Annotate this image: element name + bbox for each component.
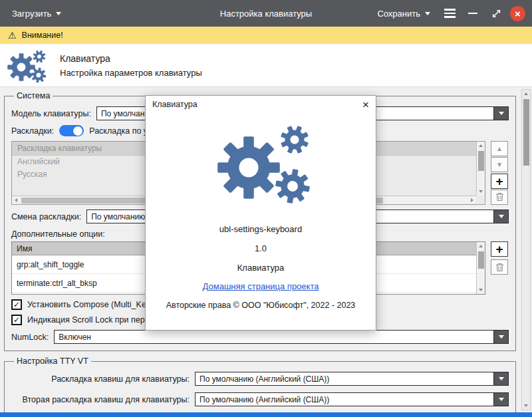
combo-dropdown-button[interactable]	[493, 393, 508, 406]
numlock-combo[interactable]: Включен	[54, 330, 509, 344]
scrollbar-thumb[interactable]	[478, 151, 484, 171]
minimize-button[interactable]	[464, 4, 482, 23]
close-icon: ×	[362, 98, 369, 111]
move-up-button[interactable]: ▲	[491, 141, 508, 156]
scrollbar-thumb[interactable]	[478, 251, 484, 269]
app-gears-icon	[146, 114, 376, 215]
dialog-title: Клавиатура	[152, 100, 198, 109]
compose-checkbox[interactable]: ✓	[11, 299, 22, 310]
check-icon: ✓	[13, 316, 20, 324]
titlebar-controls: Сохранить ×	[372, 4, 525, 23]
scroll-right-icon	[471, 198, 473, 202]
numlock-label: NumLock:	[11, 333, 49, 342]
add-option-button[interactable]: +	[491, 241, 508, 257]
load-menu-button[interactable]: Загрузить	[7, 5, 66, 23]
tty-group: Настройка TTY VT Раскладка клавиш для кл…	[4, 356, 516, 417]
chevron-down-icon	[499, 335, 504, 339]
tty-layout-label: Раскладка клавиш для клавиатуры:	[11, 374, 190, 384]
bottom-accent-bar	[0, 412, 532, 417]
delete-option-button[interactable]	[491, 259, 508, 275]
close-icon: ×	[515, 9, 521, 19]
page-header: Клавиатура Настройка параметров клавиату…	[0, 44, 532, 86]
about-dialog: Клавиатура × ubl-settings-keyboard 1.0 К…	[145, 95, 376, 331]
tty-group-legend: Настройка TTY VT	[14, 356, 91, 366]
layout-switch-label: Смена раскладки:	[11, 212, 81, 221]
scrollbar-thumb[interactable]	[523, 99, 529, 166]
titlebar: Загрузить Настройка клавиатуры Сохранить	[0, 0, 532, 27]
chevron-down-icon	[425, 12, 430, 15]
options-table-scrollbar[interactable]	[476, 242, 485, 294]
tty-layout2-row: Вторая раскладка клавиш для клавиатуры: …	[11, 392, 509, 406]
tty-layout-combo[interactable]: По умолчанию (Английский (США))	[195, 372, 509, 386]
chevron-down-icon	[499, 215, 504, 218]
additional-options-label: Дополнительные опции:	[11, 229, 105, 239]
chevron-down-icon	[56, 12, 61, 15]
scroll-left-icon	[15, 198, 17, 202]
dialog-titlebar: Клавиатура ×	[146, 96, 376, 113]
save-menu-label: Сохранить	[377, 9, 420, 19]
layouts-list-vertical-scrollbar[interactable]	[476, 142, 485, 196]
scroll-down-icon	[479, 190, 483, 193]
scroll-up-icon	[479, 245, 483, 247]
tty-layout2-combo[interactable]: По умолчанию (Английский (США))	[195, 392, 509, 406]
project-homepage-link[interactable]: Домашняя страница проекта	[203, 281, 319, 291]
trash-icon	[495, 263, 504, 272]
tty-layout-value: По умолчанию (Английский (США))	[196, 372, 493, 385]
expand-icon	[491, 9, 501, 19]
compose-label: Установить Compose (Multi_Key)	[27, 300, 153, 309]
default-layout-toggle[interactable]	[59, 125, 84, 136]
minimize-icon	[468, 13, 477, 15]
load-menu-label: Загрузить	[12, 9, 51, 19]
scroll-down-icon	[524, 404, 528, 407]
save-menu-button[interactable]: Сохранить	[372, 5, 436, 23]
tty-layout2-label: Вторая раскладка клавиш для клавиатуры:	[11, 395, 190, 404]
up-icon: ▲	[496, 146, 503, 152]
keyboard-model-label: Модель клавиатуры:	[11, 109, 91, 118]
warning-banner: ⚠ Внимание!	[0, 27, 532, 44]
chevron-down-icon	[499, 398, 504, 401]
scrolllock-checkbox[interactable]: ✓	[11, 315, 22, 325]
add-layout-button[interactable]: +	[491, 174, 508, 189]
system-group-legend: Система	[14, 91, 53, 100]
keyboard-settings-gears-icon	[5, 47, 49, 84]
scroll-up-icon	[479, 144, 483, 147]
app-id: ubl-settings-keyboard	[146, 224, 376, 234]
numlock-value: Включен	[55, 331, 493, 343]
combo-dropdown-button[interactable]	[493, 372, 508, 385]
main-scrollbar[interactable]	[521, 89, 531, 410]
check-icon: ✓	[13, 301, 20, 309]
warning-text: Внимание!	[22, 31, 63, 40]
page-header-text: Клавиатура Настройка параметров клавиату…	[60, 53, 202, 78]
scroll-down-icon	[479, 289, 483, 291]
layout-list-buttons: ▲ ▼ +	[491, 141, 509, 205]
layouts-label: Раскладки:	[11, 126, 54, 136]
plus-icon: +	[495, 243, 503, 255]
app-name: Клавиатура	[146, 263, 376, 273]
page-subtitle: Настройка параметров клавиатуры	[60, 68, 202, 78]
delete-layout-button[interactable]	[491, 190, 508, 205]
numlock-row: NumLock: Включен	[11, 330, 509, 344]
close-button[interactable]: ×	[510, 6, 525, 21]
hamburger-icon	[444, 9, 456, 18]
dialog-close-button[interactable]: ×	[362, 99, 369, 110]
trash-icon	[495, 192, 504, 202]
chevron-down-icon	[499, 377, 504, 380]
move-down-button[interactable]: ▼	[491, 157, 508, 172]
tty-layout2-value: По умолчанию (Английский (США))	[196, 393, 493, 406]
combo-dropdown-button[interactable]	[493, 107, 508, 120]
combo-dropdown-button[interactable]	[493, 210, 508, 223]
down-icon: ▼	[496, 162, 503, 168]
combo-dropdown-button[interactable]	[493, 331, 508, 343]
hamburger-menu-button[interactable]	[440, 4, 459, 23]
warning-icon: ⚠	[8, 31, 17, 40]
page-title: Клавиатура	[60, 53, 202, 64]
scroll-up-icon	[524, 92, 528, 95]
chevron-down-icon	[499, 112, 504, 115]
copyright-text: Авторские права © ООО "Юбисофт", 2022 - …	[146, 301, 376, 310]
app-version: 1.0	[146, 243, 376, 253]
plus-icon: +	[495, 175, 503, 188]
tty-layout-row: Раскладка клавиш для клавиатуры: По умол…	[11, 372, 509, 386]
maximize-button[interactable]	[487, 4, 505, 23]
options-table-buttons: +	[491, 241, 509, 295]
dialog-body: ubl-settings-keyboard 1.0 Клавиатура Дом…	[146, 114, 376, 310]
